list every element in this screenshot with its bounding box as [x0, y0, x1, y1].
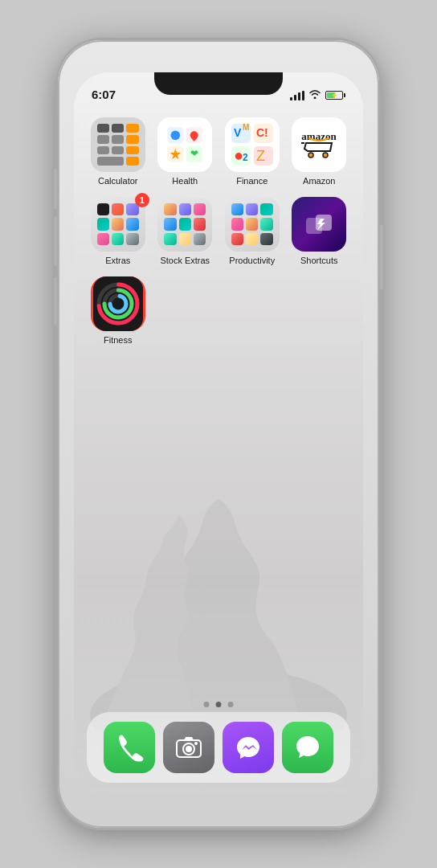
- app-fitness[interactable]: Fitness: [90, 276, 146, 345]
- finance-label: Finance: [236, 176, 268, 186]
- svg-point-35: [194, 742, 198, 745]
- app-grid: Calculator: [90, 117, 347, 345]
- app-productivity[interactable]: Productivity: [224, 197, 280, 265]
- page-dots: [204, 702, 234, 707]
- volume-up-button[interactable]: [54, 217, 57, 265]
- phone-frame: 6:07: [58, 40, 379, 828]
- svg-text:2: 2: [243, 152, 248, 163]
- svg-text:V: V: [234, 126, 242, 139]
- dock-messenger[interactable]: [223, 722, 274, 773]
- dock: [87, 712, 350, 783]
- amazon-label: Amazon: [303, 176, 335, 186]
- svg-point-22: [323, 153, 328, 158]
- extras-label: Extras: [105, 256, 130, 265]
- wifi-icon: [308, 89, 321, 101]
- svg-text:❤: ❤: [190, 148, 198, 158]
- app-amazon[interactable]: amazon Amazon: [292, 117, 348, 186]
- svg-point-21: [308, 153, 313, 158]
- app-shortcuts[interactable]: Shortcuts: [292, 197, 348, 265]
- svg-text:M: M: [243, 123, 249, 132]
- app-calculator[interactable]: Calculator: [90, 117, 146, 186]
- signal-icon: [290, 91, 304, 100]
- extras-badge: 1: [135, 193, 149, 207]
- svg-text:Z: Z: [256, 148, 265, 164]
- stock-extras-label: Stock Extras: [160, 256, 210, 265]
- svg-point-3: [171, 131, 181, 141]
- phone-screen: 6:07: [74, 72, 363, 796]
- page-dot-3[interactable]: [228, 702, 234, 707]
- page-dot-1[interactable]: [204, 702, 210, 707]
- notch: [154, 72, 283, 95]
- battery-icon: ⚡: [325, 91, 345, 100]
- page-dot-2[interactable]: [216, 702, 222, 707]
- app-health[interactable]: ❤ Health: [157, 117, 214, 186]
- power-button[interactable]: [380, 225, 383, 289]
- shortcuts-label: Shortcuts: [300, 256, 337, 265]
- calculator-label: Calculator: [98, 176, 138, 186]
- dock-camera[interactable]: [163, 722, 214, 773]
- dock-messages[interactable]: [282, 722, 333, 773]
- health-label: Health: [172, 176, 198, 186]
- app-finance[interactable]: V M C! ● 2 Z Finance: [224, 117, 280, 186]
- status-icons: ⚡: [290, 89, 345, 101]
- volume-down-button[interactable]: [54, 277, 57, 326]
- svg-rect-19: [295, 121, 343, 169]
- fitness-label: Fitness: [104, 335, 132, 345]
- svg-point-34: [186, 746, 192, 752]
- productivity-label: Productivity: [229, 256, 275, 265]
- dock-phone[interactable]: [104, 722, 155, 773]
- status-time: 6:07: [92, 88, 116, 101]
- app-stock-extras[interactable]: Stock Extras: [157, 197, 214, 265]
- svg-text:C!: C!: [256, 126, 268, 139]
- app-extras[interactable]: 1 Extras: [90, 197, 146, 265]
